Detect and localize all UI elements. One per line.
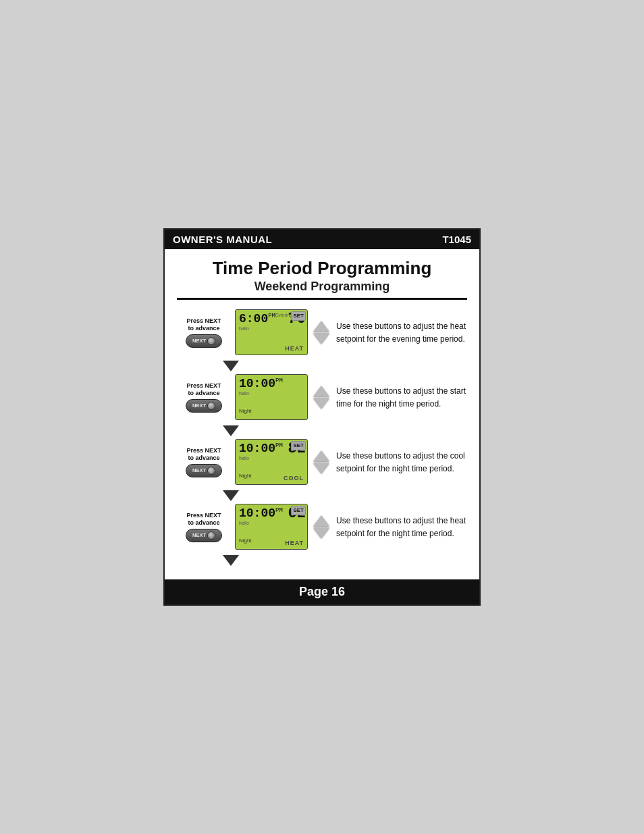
left-section-1: Press NEXT to advance NEXT (177, 317, 231, 348)
screen-time-3: 10:00PM (239, 442, 283, 455)
manual-title: OWNER'S MANUAL (173, 234, 272, 245)
screen-time-1: 6:00PM (239, 312, 275, 325)
screen-mode-1: HEAT (285, 345, 304, 352)
next-btn-circle-3 (207, 467, 215, 475)
arrow-up-4[interactable] (313, 515, 329, 526)
screen-period-name-2: Night (239, 408, 304, 414)
arrow-down-3[interactable] (313, 463, 329, 473)
content-area: Time Period Programming Weekend Programm… (165, 249, 479, 573)
flow-arrow-icon-3 (223, 490, 239, 501)
flow-arrow-3 (223, 490, 467, 501)
flow-arrow-4 (223, 555, 467, 566)
next-btn-circle-4 (207, 531, 215, 540)
desc-section-3: Use these buttons to adjust the cool set… (336, 449, 467, 475)
next-button-4[interactable]: NEXT (186, 529, 222, 542)
flow-arrow-1 (223, 361, 467, 371)
display-screen-1: 6:00PM Evening 70 SET hello HEAT (235, 309, 308, 355)
desc-text-1: Use these buttons to adjust the heat set… (336, 321, 466, 344)
manual-card: OWNER'S MANUAL T1045 Time Period Program… (163, 228, 481, 606)
desc-section-1: Use these buttons to adjust the heat set… (336, 319, 467, 346)
display-screen-2: 10:00PM hello Night (235, 374, 308, 420)
arrow-up-2[interactable] (313, 386, 329, 396)
desc-text-3: Use these buttons to adjust the cool set… (336, 451, 465, 473)
footer-bar: Page 16 (165, 579, 479, 604)
page-subtitle: Weekend Programming (177, 280, 467, 300)
page-title: Time Period Programming (177, 259, 467, 279)
arrow-down-2[interactable] (313, 398, 329, 409)
flow-arrow-icon-1 (223, 361, 239, 371)
rows-container: Press NEXT to advance NEXT 6:00PM Evenin… (177, 309, 467, 569)
arrow-down-1[interactable] (313, 333, 329, 344)
prog-row-3: Press NEXT to advance NEXT 10:00PM 82 SE… (177, 439, 467, 485)
arrows-section-4 (313, 515, 329, 538)
arrow-up-1[interactable] (313, 321, 329, 332)
page-number: Page 16 (299, 585, 345, 598)
left-section-4: Press NEXT to advance NEXT (177, 512, 231, 542)
arrow-up-3[interactable] (313, 450, 329, 461)
next-button-3[interactable]: NEXT (186, 464, 222, 477)
press-next-label-4: Press NEXT to advance (186, 512, 221, 527)
press-next-label-3: Press NEXT to advance (186, 447, 221, 462)
header-bar: OWNER'S MANUAL T1045 (165, 230, 479, 249)
left-section-3: Press NEXT to advance NEXT (177, 447, 231, 477)
screen-mode-4: HEAT (285, 540, 304, 546)
press-next-label-2: Press NEXT to advance (186, 382, 221, 397)
desc-text-4: Use these buttons to adjust the heat set… (336, 516, 466, 538)
desc-section-2: Use these buttons to adjust the start ti… (336, 384, 467, 411)
display-screen-3: 10:00PM 82 SET hello Night COOL (235, 439, 308, 485)
flow-arrow-2 (223, 425, 467, 436)
page-wrapper: OWNER'S MANUAL T1045 Time Period Program… (0, 0, 644, 834)
prog-row-1: Press NEXT to advance NEXT 6:00PM Evenin… (177, 309, 467, 355)
prog-row-4: Press NEXT to advance NEXT 10:00PM 62 SE… (177, 504, 467, 550)
next-btn-text-2: NEXT (192, 402, 206, 409)
model-number: T1045 (442, 234, 471, 245)
arrow-down-4[interactable] (313, 527, 329, 538)
left-section-2: Press NEXT to advance NEXT (177, 382, 231, 413)
arrows-section-3 (313, 450, 329, 473)
next-btn-text-4: NEXT (192, 532, 206, 538)
screen-set-3: SET (291, 441, 306, 450)
next-btn-text-3: NEXT (192, 467, 206, 473)
next-button-1[interactable]: NEXT (186, 334, 222, 348)
arrows-section-2 (313, 386, 329, 409)
screen-sublabel-2: hello (239, 391, 304, 396)
display-screen-4: 10:00PM 62 SET hello Night HEAT (235, 504, 308, 550)
screen-time-4: 10:00PM (239, 506, 283, 520)
screen-time-2: 10:00PM (239, 377, 283, 390)
screen-mode-3: COOL (284, 475, 304, 481)
screen-set-4: SET (291, 506, 306, 515)
next-button-2[interactable]: NEXT (186, 399, 222, 413)
arrows-section-1 (313, 321, 329, 344)
flow-arrow-icon-2 (223, 425, 239, 436)
next-btn-circle-1 (207, 337, 215, 345)
next-btn-circle-2 (207, 402, 215, 410)
flow-arrow-icon-4 (223, 555, 239, 566)
next-btn-text-1: NEXT (192, 338, 206, 344)
screen-set-1: SET (291, 311, 306, 320)
prog-row-2: Press NEXT to advance NEXT 10:00PM hello… (177, 374, 467, 420)
desc-text-2: Use these buttons to adjust the start ti… (336, 386, 466, 409)
press-next-label-1: Press NEXT to advance (186, 317, 221, 332)
desc-section-4: Use these buttons to adjust the heat set… (336, 514, 467, 540)
